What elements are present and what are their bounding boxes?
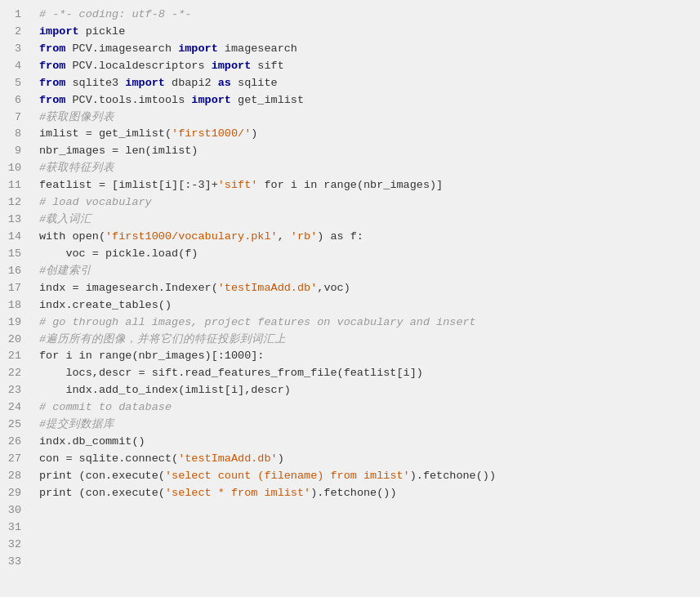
line-number: 3 [7,41,21,58]
line-number: 31 [7,519,21,537]
line-number: 20 [7,332,21,349]
line-number: 29 [7,485,21,502]
code-line: indx.db_commit() [39,434,700,451]
line-number: 26 [7,434,21,451]
code-content[interactable]: # -*- coding: utf-8 -*-import picklefrom… [29,0,700,597]
line-number: 12 [7,194,21,212]
line-number: 25 [7,417,21,434]
code-line: nbr_images = len(imlist) [39,143,700,160]
code-line: indx = imagesearch.Indexer('testImaAdd.d… [39,280,700,297]
line-number: 18 [7,297,21,314]
code-line: import pickle [39,24,700,41]
code-line: #遍历所有的图像，并将它们的特征投影到词汇上 [39,332,700,349]
line-number: 17 [7,280,21,297]
code-line: con = sqlite.connect('testImaAdd.db') [39,451,700,468]
line-number: 33 [7,554,21,571]
line-number: 23 [7,382,21,399]
code-line: locs,descr = sift.read_features_from_fil… [39,365,700,382]
code-line: from PCV.tools.imtools import get_imlist [39,92,700,109]
code-line: #提交到数据库 [39,417,700,434]
line-number: 2 [7,24,21,41]
code-line: voc = pickle.load(f) [39,246,700,263]
code-line: #载入词汇 [39,212,700,229]
line-number: 28 [7,468,21,485]
line-number: 21 [7,348,21,365]
line-number: 16 [7,263,21,280]
line-number: 4 [7,58,21,75]
code-line: imlist = get_imlist('first1000/') [39,126,700,143]
code-line: indx.add_to_index(imlist[i],descr) [39,382,700,399]
line-number: 11 [7,177,21,194]
code-line: #获取特征列表 [39,160,700,177]
code-line: indx.create_tables() [39,297,700,314]
line-number: 30 [7,502,21,519]
line-number: 19 [7,314,21,332]
line-number: 27 [7,451,21,468]
code-line: #获取图像列表 [39,109,700,127]
code-line: featlist = [imlist[i][:-3]+'sift' for i … [39,177,700,194]
line-number: 14 [7,229,21,246]
line-numbers: 1234567891011121314151617181920212223242… [0,0,29,597]
code-line: #创建索引 [39,263,700,280]
code-line: from PCV.imagesearch import imagesearch [39,41,700,58]
line-number: 24 [7,399,21,417]
code-line: # commit to database [39,399,700,417]
code-line: print (con.execute('select count (filena… [39,468,700,485]
code-line: # load vocabulary [39,194,700,212]
line-number: 32 [7,537,21,554]
line-number: 10 [7,160,21,177]
code-line: from PCV.localdescriptors import sift [39,58,700,75]
code-line: # go through all images, project feature… [39,314,700,332]
line-number: 15 [7,246,21,263]
line-number: 7 [7,109,21,127]
line-number: 1 [7,7,21,24]
code-line: # -*- coding: utf-8 -*- [39,7,700,24]
line-number: 13 [7,212,21,229]
code-line: from sqlite3 import dbapi2 as sqlite [39,75,700,92]
code-line: with open('first1000/vocabulary.pkl', 'r… [39,229,700,246]
line-number: 22 [7,365,21,382]
code-editor: 1234567891011121314151617181920212223242… [0,0,700,597]
code-line: print (con.execute('select * from imlist… [39,485,700,502]
line-number: 8 [7,126,21,143]
code-line: for i in range(nbr_images)[:1000]: [39,348,700,365]
line-number: 6 [7,92,21,109]
line-number: 9 [7,143,21,160]
line-number: 5 [7,75,21,92]
